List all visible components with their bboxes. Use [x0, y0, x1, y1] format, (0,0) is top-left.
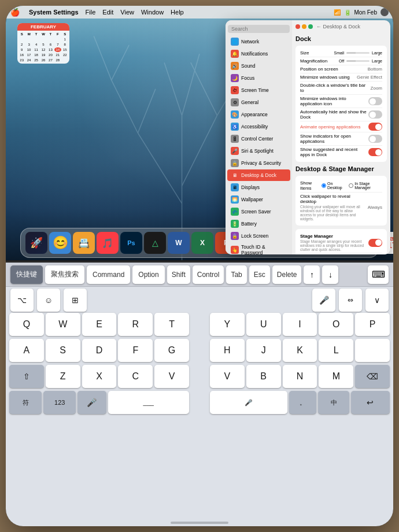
key-x[interactable]: X	[82, 365, 117, 388]
key-q[interactable]: Q	[9, 313, 44, 336]
sidebar-item-battery[interactable]: 🔋 Battery	[227, 218, 290, 230]
key-period[interactable]: 。	[289, 391, 316, 414]
key-g[interactable]: G	[154, 339, 189, 362]
sidebar-item-accessibility[interactable]: ♿ Accessibility	[227, 121, 290, 132]
user-avatar[interactable]	[380, 8, 389, 16]
key-v[interactable]: V	[154, 365, 189, 388]
key-p[interactable]: P	[355, 313, 390, 336]
focus-search-button[interactable]: 聚焦搜索	[45, 265, 84, 284]
key-r[interactable]: R	[118, 313, 153, 336]
tab-button[interactable]: Tab	[226, 265, 246, 284]
key-mic[interactable]: 🎤	[77, 391, 106, 414]
key-f[interactable]: F	[118, 339, 153, 362]
edit-menu[interactable]: Edit	[102, 9, 113, 16]
key-v-right[interactable]: V	[210, 365, 245, 388]
key-z[interactable]: Z	[46, 365, 80, 388]
sidebar-item-displays[interactable]: 🖥 Displays	[227, 182, 290, 193]
key-y[interactable]: Y	[210, 313, 245, 336]
close-button[interactable]	[295, 24, 300, 29]
click-wallpaper-value[interactable]: Always	[368, 205, 382, 210]
keyboard-hide-button[interactable]: ⌨	[368, 265, 389, 284]
emoji-special-key[interactable]: ⌥	[10, 289, 34, 312]
option-button[interactable]: Option	[132, 265, 164, 284]
sidebar-item-screen-time[interactable]: ⏱ Screen Time	[227, 84, 290, 96]
key-c[interactable]: C	[118, 365, 153, 388]
up-arrow-button[interactable]: ↑	[304, 265, 320, 284]
key-n[interactable]: N	[283, 365, 317, 388]
settings-search-input[interactable]	[228, 25, 290, 33]
sidebar-item-network[interactable]: 🌐 Network	[227, 36, 290, 47]
in-stage-manager-option[interactable]: In Stage Manager	[349, 182, 382, 190]
dock-contacts[interactable]: 📇	[73, 232, 95, 254]
key-space-left[interactable]: ___	[108, 391, 189, 414]
key-j[interactable]: J	[246, 339, 281, 362]
size-slider[interactable]	[346, 52, 370, 54]
key-space-right[interactable]: 🎤	[210, 391, 287, 414]
view-menu[interactable]: View	[120, 9, 134, 16]
sidebar-item-wallpaper[interactable]: 🌅 Wallpaper	[227, 194, 290, 205]
key-d[interactable]: D	[82, 339, 117, 362]
shift-button[interactable]: Shift	[167, 265, 190, 284]
key-a[interactable]: A	[9, 339, 44, 362]
dock-finder[interactable]: 😊	[49, 232, 71, 254]
delete-button[interactable]: Delete	[272, 265, 302, 284]
sidebar-item-screen-saver[interactable]: 💤 Screen Saver	[227, 206, 290, 217]
minimize-to-app-toggle[interactable]	[368, 97, 382, 105]
key-shift-left[interactable]: ⇧	[9, 365, 44, 388]
chevron-down-key[interactable]: ∨	[365, 289, 389, 312]
key-b[interactable]: B	[246, 365, 281, 388]
sidebar-item-sound[interactable]: 🔊 Sound	[227, 60, 290, 72]
sidebar-item-control-center[interactable]: 🎛 Control Center	[227, 133, 290, 145]
help-menu[interactable]: Help	[171, 9, 184, 16]
command-button[interactable]: Command	[87, 265, 130, 284]
maximize-button[interactable]	[308, 24, 313, 29]
double-click-value[interactable]: Zoom	[371, 86, 382, 91]
sidebar-item-notifications[interactable]: 🔔 Notifications	[227, 48, 290, 60]
key-h[interactable]: H	[210, 339, 245, 362]
key-fu[interactable]: 符	[9, 391, 42, 414]
window-menu[interactable]: Window	[141, 9, 164, 16]
minimize-value[interactable]: Genie Effect	[357, 75, 382, 80]
position-value[interactable]: Bottom	[368, 66, 382, 72]
dock-launchpad[interactable]: 🚀	[25, 232, 47, 254]
stage-manager-toggle[interactable]	[368, 239, 382, 247]
expand-icon-key[interactable]: ⇔	[339, 289, 362, 312]
key-k[interactable]: K	[283, 339, 317, 362]
key-backspace[interactable]: ⌫	[355, 365, 390, 388]
show-indicators-toggle[interactable]	[368, 135, 382, 143]
file-menu[interactable]: File	[86, 9, 96, 16]
show-recent-toggle[interactable]	[368, 148, 382, 156]
sidebar-item-touchid[interactable]: 👆 Touch ID & Password	[227, 242, 290, 254]
sidebar-item-appearance[interactable]: 🎨 Appearance	[227, 109, 290, 120]
sidebar-item-privacy[interactable]: 🔒 Privacy & Security	[227, 157, 290, 169]
key-i[interactable]: I	[283, 313, 317, 336]
key-123[interactable]: 123	[43, 391, 76, 414]
auto-hide-toggle[interactable]	[368, 110, 382, 119]
key-chinese[interactable]: 中	[318, 391, 349, 414]
control-button[interactable]: Control	[193, 265, 224, 284]
apple-logo-icon[interactable]: 🍎	[10, 8, 20, 17]
key-return[interactable]: ↩	[351, 391, 390, 414]
key-s[interactable]: S	[46, 339, 80, 362]
sidebar-item-focus[interactable]: 🌙 Focus	[227, 72, 290, 84]
shortcut-key-button[interactable]: 快捷键	[10, 265, 43, 284]
sidebar-item-siri[interactable]: 🎤 Siri & Spotlight	[227, 145, 290, 157]
animate-toggle[interactable]	[368, 123, 382, 131]
dock-music[interactable]: 🎵	[97, 232, 119, 254]
sidebar-item-desktop-dock[interactable]: 🖥 Desktop & Dock	[227, 169, 290, 181]
smiley-icon-key[interactable]: ☺	[37, 289, 60, 312]
key-t[interactable]: T	[154, 313, 189, 336]
key-l[interactable]: L	[319, 339, 353, 362]
dock-android[interactable]: △	[144, 232, 166, 254]
mag-slider[interactable]	[346, 60, 370, 62]
on-desktop-option[interactable]: On Desktop	[322, 182, 345, 190]
grid-icon-key[interactable]: ⊞	[64, 289, 87, 312]
key-e[interactable]: E	[82, 313, 117, 336]
minimize-button[interactable]	[302, 24, 306, 29]
key-m[interactable]: M	[319, 365, 353, 388]
esc-button[interactable]: Esc	[249, 265, 270, 284]
dock-excel[interactable]: X	[191, 232, 213, 254]
dock-word[interactable]: W	[168, 232, 190, 254]
dock-ps[interactable]: Ps	[120, 232, 142, 254]
key-u[interactable]: U	[246, 313, 281, 336]
